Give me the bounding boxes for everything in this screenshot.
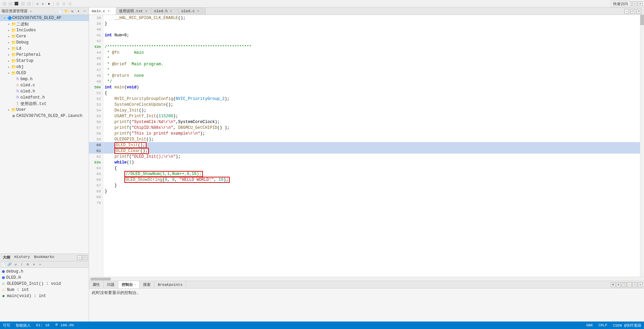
sidebar-item-core[interactable]: 📁 Core [0,33,89,39]
sidebar-item-peripheral[interactable]: 📁 Peripheral [0,52,89,58]
tab-oled-c[interactable]: oled.c ✕ [178,7,206,15]
toolbar-icon-9[interactable]: ⬚ [55,1,60,6]
sidebar-item-oledh[interactable]: h oled.h [0,88,89,94]
quick-access-button[interactable]: 快速访问 [611,1,630,7]
status-writable[interactable]: 可写 [3,323,10,328]
toolbar-icon-3[interactable]: ⬛ [14,1,19,6]
tab-outline[interactable]: 大纲 [1,255,12,260]
tab-main-c-close[interactable]: ✕ [107,9,111,13]
bottom-tab-breakpoints[interactable]: Breakpoints [154,281,186,288]
toolbar-icon-4[interactable]: ⬜ [20,1,25,6]
sidebar-item-oled[interactable]: 📁 OLED [0,70,89,76]
sidebar-item-startup[interactable]: 📁 Startup [0,58,89,64]
toolbar-icon-2[interactable]: ⬜ [7,1,13,6]
tab-oled-h[interactable]: oled.h ✕ [151,7,178,15]
outline-label-5: main(void) : int [7,294,46,298]
sidebar-item-binary[interactable]: 📁 二进制 [0,21,89,27]
bottom-tab-properties[interactable]: 属性 [89,281,104,288]
sidebar-bottom-header: 大纲 History Bookmarks — □ [0,254,89,261]
sidebar-item-oledfonth[interactable]: h oledfont.h [0,94,89,101]
close-button[interactable]: ✕ [638,1,643,6]
bottom-panel-maximize[interactable]: □ [632,282,637,287]
sidebar-icon-collapse[interactable]: ▾ [76,8,81,14]
toolbar-icon-5[interactable]: ⬜ [26,1,31,6]
sidebar-icon-folder[interactable]: 📁 [64,8,69,14]
bottom-tab-problems-label: 问题 [107,282,115,287]
outline-tb-icon6[interactable]: ✕ [31,262,37,267]
tab-oled-c-close[interactable]: ✕ [196,9,200,13]
sidebar-item-bmph[interactable]: h bmp.h [0,76,89,82]
maximize-button[interactable]: □ [632,1,637,6]
outline-item-debugh[interactable]: debug.h [1,269,87,275]
outline-item-num[interactable]: ○ Num : int [1,287,87,293]
editor-minimize-btn[interactable]: — [624,9,629,14]
tab-readme[interactable]: 使用说明.txt ✕ [116,7,151,15]
toolbar-icon-7[interactable]: ▷ [40,1,46,6]
scrollbar-thumb-right[interactable] [640,15,644,25]
sidebar-icon-refresh[interactable]: ↻ [70,8,75,14]
toolbar-icon-11[interactable]: ⬚ [67,1,73,6]
sidebar-item-user[interactable]: 📁 User [0,107,89,113]
outline-tb-icon5[interactable]: ⚙ [25,262,31,267]
bmph-arrow [11,77,15,81]
ln-62: 62 [89,154,103,159]
outline-item-main[interactable]: ● main(void) : int [1,293,87,299]
status-position[interactable]: 61: 18 [36,323,50,327]
sidebar-icon-new[interactable]: 📄 [57,8,63,14]
code-line-51: { [103,90,640,96]
toolbar-icon-1[interactable]: ⬜ [1,1,7,6]
bottom-panel-icon2[interactable]: ⊡ [616,282,621,287]
outline-item-oledH[interactable]: OLED.H [1,275,87,281]
tab-bookmarks[interactable]: Bookmarks [33,255,55,260]
code-line-55: USART_Printf_Init(115200); [103,113,640,119]
sidebar-item-readme[interactable]: t 使用说明.txt [0,101,89,107]
sidebar: 项目资源管理器 ☆ 📄 📁 ↻ ▾ — 🔷 CH32V307VCT6_OLED_… [0,7,89,322]
status-smart-insert[interactable]: 智能插入 [16,323,31,328]
outline-tb-icon3[interactable]: ↺ [13,262,18,267]
toolbar-icon-6[interactable]: ◁ [34,1,40,6]
status-zoom[interactable]: 🔍 100.0% [55,323,74,327]
ln-53: 53 [89,102,103,107]
status-encoding[interactable]: GBK [586,323,593,327]
tab-main-c[interactable]: main.c ✕ [89,7,116,15]
editor-scrollbar-right[interactable] [640,15,644,277]
outline-tb-icon1[interactable]: 📄 [1,262,6,267]
sidebar-icon-minimize[interactable]: — [82,8,87,14]
tab-readme-close[interactable]: ✕ [144,9,148,13]
bottom-panel-close[interactable]: ✕ [638,282,643,287]
sidebar-item-ld[interactable]: 📁 Ld [0,46,89,52]
editor-close-btn[interactable]: ✕ [637,9,641,14]
code-line-38: __HAL_RCC_GPIOA_CLK_ENABLE(); [103,15,640,21]
sidebar-item-launch[interactable]: ⚙ CH32V307VCT6_OLED_4P.launch [0,113,89,119]
toolbar-icon-10[interactable]: ⬚ [61,1,67,6]
bottom-panel-icon3[interactable]: 📋 [622,282,626,287]
bottom-tab-console[interactable]: 控制台 ☆ [118,281,140,288]
sidebar-item-oledc[interactable]: c oled.c [0,82,89,88]
sidebar-item-debug[interactable]: 📁 Debug [0,39,89,46]
tab-history[interactable]: History [13,255,31,260]
outline-tb-icon7[interactable]: ⋯ [37,262,43,267]
bottom-panel-minimize[interactable]: — [627,282,632,287]
code-line-62: printf("OLED_Init();\r\n"); [103,154,640,159]
outline-item-oledgpio[interactable]: ○ OLEDGPIO_Init() : void [1,281,87,287]
outline-tb-icon4[interactable]: ↕ [19,262,24,267]
horizontal-scrollbar[interactable] [89,277,644,281]
scrollbar-thumb-horiz[interactable] [90,278,111,280]
includes-folder-icon: 📁 [11,28,16,33]
tab-oled-h-close[interactable]: ✕ [169,9,173,13]
outline-header-icons: — □ [77,255,87,260]
sidebar-item-includes[interactable]: 📁 Includes [0,27,89,33]
outline-tb-icon2[interactable]: 🔗 [7,262,12,267]
bottom-tab-problems[interactable]: 问题 [104,281,118,288]
sidebar-item-obj[interactable]: 📁 obj [0,64,89,70]
project-root[interactable]: 🔷 CH32V307VCT6_OLED_4P [0,15,89,21]
project-icon: 🔷 [7,15,12,21]
toolbar-icon-8[interactable]: ▶ [47,1,52,6]
status-line-ending[interactable]: CRLF [598,323,607,327]
bottom-tab-search[interactable]: 搜索 [140,281,154,288]
code-content[interactable]: __HAL_RCC_GPIOA_CLK_ENABLE(); } int Num=… [103,15,640,277]
outline-minimize[interactable]: — [77,255,82,260]
editor-maximize-btn[interactable]: □ [630,9,635,14]
outline-maximize[interactable]: □ [83,255,87,260]
bottom-panel-icon1[interactable]: ⊞ [611,282,615,287]
